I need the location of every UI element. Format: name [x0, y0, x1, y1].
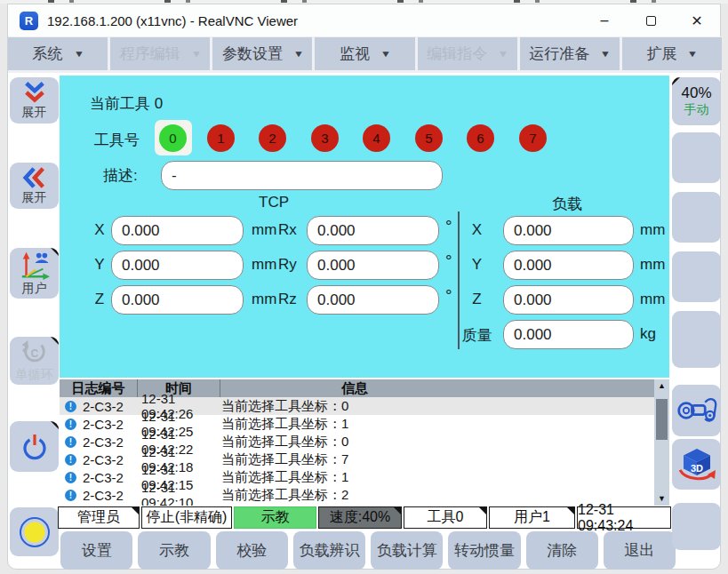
blank-side-button [672, 503, 721, 550]
menu-item-edit-command[interactable]: 编辑指令 ▼ [418, 37, 517, 70]
status-user-frame[interactable]: 用户1 [489, 506, 575, 529]
bottom-button-bar: 设置 示教 校验 负载辨识 负载计算 转动惯量 清除 退出 [60, 531, 676, 570]
clear-button[interactable]: 清除 [526, 531, 598, 570]
scrollbar-thumb[interactable] [656, 399, 668, 440]
expand-left-button[interactable]: 展开 [10, 163, 59, 209]
inertia-button[interactable]: 转动惯量 [448, 531, 520, 570]
log-scrollbar[interactable]: ▲ ▼ [654, 379, 669, 506]
status-mode: 示教 [234, 506, 316, 529]
tool-number-5[interactable]: 5 [415, 124, 443, 152]
tcp-rx-input[interactable] [307, 216, 439, 245]
status-run-state-label: 停止(非精确) [147, 508, 228, 527]
description-input[interactable] [161, 161, 443, 190]
load-mass-input[interactable] [503, 320, 634, 349]
status-run-state: 停止(非精确) [141, 506, 232, 529]
tcp-section-title: TCP [259, 194, 289, 211]
window-title: 192.168.1.200 (x11vnc) - RealVNC Viewer [47, 13, 298, 28]
cube-3d-icon: 3D [676, 446, 717, 483]
tool-number-1[interactable]: 1 [207, 124, 235, 152]
log-id-cell: 2-C3-2 [83, 434, 141, 450]
minimize-button[interactable]: – [581, 5, 628, 36]
load-y-input[interactable] [503, 251, 634, 280]
unit-label: mm [640, 291, 665, 308]
tool-number-4[interactable]: 4 [363, 124, 390, 152]
tool-number-0[interactable]: 0 [159, 124, 187, 152]
single-cycle-label: 单循环 [16, 367, 53, 383]
blank-side-button [672, 192, 721, 243]
expand-down-button[interactable]: 展开 [10, 77, 59, 124]
unit-label: mm [252, 256, 276, 274]
tool-number-2[interactable]: 2 [259, 124, 286, 152]
tcp-rz-input[interactable] [307, 285, 439, 315]
corner-triangle-icon [132, 507, 139, 514]
scroll-up-icon[interactable]: ▲ [654, 381, 669, 390]
status-user-frame-label: 用户1 [514, 508, 550, 527]
tcp-z-input[interactable] [111, 285, 244, 315]
coordinate-row-z: Z mm Rz ° Z mm [60, 285, 669, 315]
maximize-button[interactable] [628, 5, 674, 36]
tcp-x-input[interactable] [111, 216, 244, 245]
status-user-level[interactable]: 管理员 [58, 506, 140, 529]
blank-side-button [672, 132, 721, 183]
double-chevron-down-icon [20, 81, 50, 104]
speed-mode-button[interactable]: 40% 手动 [672, 77, 721, 125]
status-tool[interactable]: 工具0 [404, 506, 487, 529]
settings-button[interactable]: 设置 [60, 531, 132, 570]
exit-button[interactable]: 退出 [604, 531, 676, 570]
coordinate-row-y: Y mm Ry ° Y mm [60, 251, 669, 280]
menu-item-program-edit[interactable]: 程序编辑 ▼ [110, 37, 210, 70]
degree-unit-label: ° [445, 251, 452, 271]
servo-status-button[interactable] [10, 507, 59, 556]
corner-triangle-icon [672, 77, 680, 85]
menu-item-system[interactable]: 系统 ▼ [8, 37, 108, 70]
load-x-input[interactable] [503, 216, 634, 245]
load-identify-button[interactable]: 负载辨识 [293, 531, 365, 570]
menu-item-param-settings[interactable]: 参数设置 ▼ [212, 37, 312, 70]
status-user-level-label: 管理员 [77, 508, 120, 527]
realvnc-app-icon: R [20, 12, 38, 30]
view-3d-button[interactable]: 3D [672, 439, 721, 490]
tool-number-6[interactable]: 6 [467, 124, 494, 152]
single-cycle-button[interactable]: C 单循环 [10, 337, 59, 385]
log-id-cell: 2-C3-2 [83, 488, 141, 503]
tcp-ry-input[interactable] [307, 251, 439, 280]
blank-side-button [672, 251, 721, 302]
unit-label: mm [252, 291, 276, 308]
load-calc-button[interactable]: 负载计算 [371, 531, 443, 570]
teach-pendant-button[interactable] [672, 385, 721, 436]
log-id-cell: 2-C3-2 [83, 417, 141, 432]
tool-number-3[interactable]: 3 [311, 124, 339, 152]
menu-item-run-prepare[interactable]: 运行准备 ▼ [520, 37, 620, 70]
status-speed[interactable]: 速度:40% [318, 506, 402, 529]
caret-down-icon: ▼ [687, 49, 698, 59]
user-button-label: 用户 [22, 281, 47, 297]
tool-number-7[interactable]: 7 [519, 124, 547, 152]
coordinate-row-x: X mm Rx ° X mm [60, 216, 669, 245]
menu-item-label: 运行准备 [529, 44, 589, 64]
expand-button-label: 展开 [22, 190, 47, 206]
tcp-raxis-label: Rz [278, 291, 307, 308]
log-id-cell: 2-C3-2 [83, 470, 141, 485]
menu-item-extend[interactable]: 扩展 ▼ [622, 37, 722, 70]
log-message-cell: 当前选择工具坐标：7 [221, 451, 669, 468]
load-z-input[interactable] [503, 285, 634, 315]
double-chevron-left-icon [21, 166, 48, 189]
teach-button[interactable]: 示教 [138, 531, 210, 570]
status-bar: 管理员 停止(非精确) 示教 速度:40% 工具0 用户1 12 [58, 506, 671, 529]
tcp-y-input[interactable] [111, 251, 244, 280]
log-message-cell: 当前选择工具坐标：1 [221, 469, 669, 486]
user-frame-button[interactable]: 用户 [10, 248, 59, 299]
tcp-raxis-label: Rx [278, 221, 307, 239]
close-button[interactable]: ✕ [674, 5, 720, 36]
load-mass-row: 质量 kg [60, 320, 669, 349]
realvnc-window: R 192.168.1.200 (x11vnc) - RealVNC Viewe… [7, 4, 721, 570]
unit-label: kg [640, 325, 656, 343]
caret-down-icon: ▼ [293, 49, 304, 59]
desktop-background: R 192.168.1.200 (x11vnc) - RealVNC Viewe… [0, 0, 728, 574]
menu-item-label: 参数设置 [222, 44, 283, 64]
load-axis-label: Z [454, 291, 500, 308]
menu-item-monitor[interactable]: 监视 ▼ [315, 37, 414, 70]
tcp-raxis-label: Ry [278, 256, 307, 274]
power-button[interactable] [10, 421, 59, 472]
verify-button[interactable]: 校验 [216, 531, 288, 570]
